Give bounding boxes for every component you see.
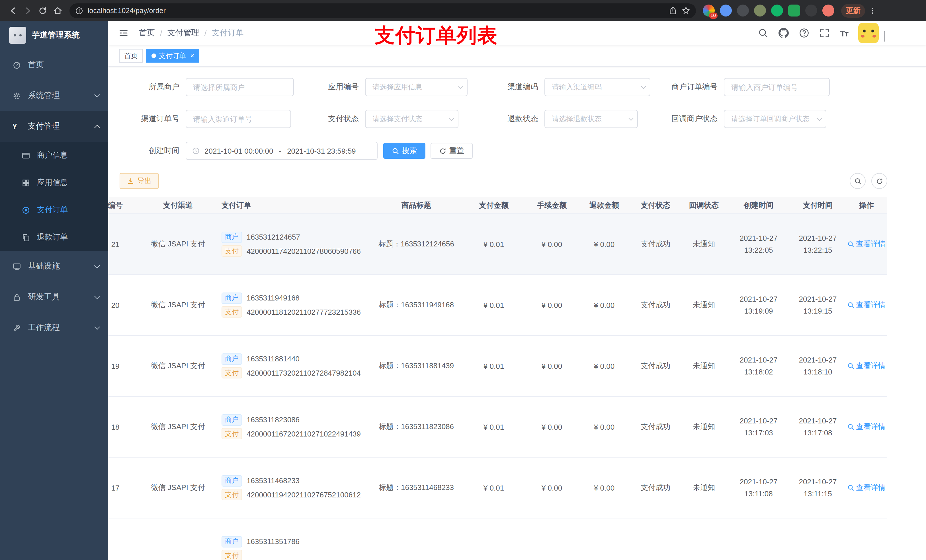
sidebar-item-payment[interactable]: ¥ 支付管理 (0, 111, 108, 142)
chevron-down-icon (94, 324, 100, 330)
breadcrumb-section[interactable]: 支付管理 (168, 28, 199, 38)
callback-status-select[interactable]: 请选择订单回调商户状态 (724, 110, 826, 128)
refund-status-label: 退款状态 (478, 114, 538, 124)
font-size-icon[interactable]: TT (840, 28, 848, 38)
extension-green-chat-icon[interactable] (788, 5, 800, 17)
breadcrumb-home[interactable]: 首页 (139, 28, 155, 38)
view-detail-link[interactable]: 查看详情 (847, 422, 885, 432)
orders-table: 编号 支付渠道 支付订单 商品标题 支付金额 手续金额 退款金额 支付状态 回调… (108, 197, 926, 560)
sidebar-fold-icon[interactable] (117, 27, 130, 39)
browser-update-button[interactable]: 更新 (841, 4, 865, 17)
sidebar-item-refund-order[interactable]: 退款订单 (0, 223, 108, 251)
browser-menu-icon[interactable] (869, 6, 876, 15)
active-tab-dot (151, 53, 156, 58)
tab-home[interactable]: 首页 (119, 49, 143, 63)
channel-order-input[interactable] (186, 110, 291, 128)
view-detail-link[interactable]: 查看详情 (847, 361, 885, 371)
tab-pay-order[interactable]: 支付订单 × (146, 49, 199, 63)
avatar[interactable] (858, 23, 879, 43)
github-icon[interactable] (779, 28, 789, 38)
close-icon[interactable]: × (190, 52, 194, 59)
sidebar-item-home[interactable]: 首页 (0, 50, 108, 80)
app-id-select[interactable]: 请选择应用信息 (365, 78, 468, 96)
create-time-range-picker[interactable]: 2021-10-01 00:00:00 - 2021-10-31 23:59:5… (186, 142, 378, 160)
merchant-label: 所属商户 (120, 82, 179, 92)
pay-tag: 支付 (221, 246, 242, 257)
chevron-down-icon (449, 116, 454, 121)
back-icon[interactable] (6, 3, 21, 18)
address-bar[interactable]: localhost:1024/pay/order (70, 3, 696, 18)
extension-dark-icon[interactable] (737, 5, 749, 17)
sidebar-item-workflow[interactable]: 工作流程 (0, 312, 108, 343)
chevron-down-icon (629, 116, 634, 121)
merchant-tag: 商户 (221, 536, 242, 548)
clock-icon (192, 147, 200, 155)
extension-pin-icon[interactable] (805, 5, 817, 17)
share-icon[interactable] (669, 6, 677, 15)
fullscreen-icon[interactable] (820, 28, 830, 38)
sidebar-item-app-info[interactable]: 应用信息 (0, 169, 108, 196)
lock-icon (12, 293, 21, 301)
sidebar-item-pay-order[interactable]: 支付订单 (0, 196, 108, 223)
site-info-icon[interactable] (75, 6, 83, 15)
extension-green-check-icon[interactable] (771, 5, 783, 17)
bookmark-star-icon[interactable] (682, 6, 690, 15)
merchant-tag: 商户 (221, 353, 242, 365)
merchant-order-no: 1635311881440 (247, 355, 300, 363)
table-row: 19 微信 JSAPI 支付 商户1635311881440 支付4200001… (108, 336, 887, 397)
create-time-label: 创建时间 (120, 146, 179, 156)
pay-tag: 支付 (221, 550, 242, 560)
merchant-order-no: 1635311351786 (247, 537, 300, 546)
help-icon[interactable] (799, 28, 809, 38)
merchant-order-input[interactable] (724, 78, 830, 96)
merchant-tag: 商户 (221, 232, 242, 243)
sidebar-item-infrastructure[interactable]: 基础设施 (0, 251, 108, 282)
yen-icon: ¥ (12, 122, 21, 131)
extension-badge: 10 (709, 12, 717, 19)
page-content: 所属商户 应用编号 请选择应用信息 渠道编码 (108, 66, 926, 560)
card-icon (22, 151, 30, 160)
extension-blue-drop-icon[interactable] (720, 5, 732, 17)
refresh-button[interactable] (872, 173, 887, 189)
pay-order-no: 4200001173202110272847982104 (247, 369, 361, 377)
chevron-up-icon (94, 125, 100, 130)
sidebar-item-system[interactable]: 系统管理 (0, 80, 108, 111)
pay-order-no: 4200001174202110278060590766 (247, 247, 361, 255)
pay-order-no: 4200001194202110276752100612 (247, 491, 361, 499)
extension-colorful-icon[interactable]: 10 (703, 5, 715, 17)
search-icon[interactable] (758, 28, 768, 38)
reload-icon[interactable] (35, 3, 50, 18)
wrench-icon (12, 323, 21, 332)
pay-status-label: 支付状态 (299, 114, 359, 124)
pay-order-no: 4200001167202110271022491439 (247, 430, 361, 438)
extension-face-icon[interactable] (822, 5, 834, 17)
table-row: 17 微信 JSAPI 支付 商户1635311468233 支付4200001… (108, 457, 887, 518)
toggle-search-button[interactable] (850, 173, 865, 189)
logo-image (9, 27, 26, 44)
reset-button[interactable]: 重置 (431, 143, 473, 159)
view-detail-link[interactable]: 查看详情 (847, 239, 885, 249)
merchant-input[interactable] (186, 78, 294, 96)
pay-status-select[interactable]: 请选择支付状态 (365, 110, 458, 128)
sidebar-item-dev-tools[interactable]: 研发工具 (0, 282, 108, 312)
url-text: localhost:1024/pay/order (88, 6, 166, 15)
home-icon[interactable] (50, 3, 65, 18)
search-button[interactable]: 搜索 (383, 143, 425, 159)
sidebar-item-merchant-info[interactable]: 商户信息 (0, 142, 108, 169)
breadcrumb: 首页 / 支付管理 / 支付订单 (139, 28, 244, 38)
table-row: 20 微信 JSAPI 支付 商户1635311949168 支付4200001… (108, 275, 887, 336)
channel-code-select[interactable]: 请输入渠道编码 (545, 78, 651, 96)
breadcrumb-current: 支付订单 (212, 28, 244, 38)
refund-status-select[interactable]: 请选择退款状态 (545, 110, 638, 128)
export-button[interactable]: 导出 (120, 173, 159, 189)
chevron-down-icon (94, 263, 100, 268)
dashboard-icon (12, 60, 21, 69)
chevron-down-icon (94, 293, 100, 299)
extension-olive-icon[interactable] (754, 5, 766, 17)
forward-icon[interactable] (21, 3, 35, 18)
view-detail-link[interactable]: 查看详情 (847, 300, 885, 310)
avatar-caret-icon[interactable] (884, 31, 885, 42)
view-detail-link[interactable]: 查看详情 (847, 483, 885, 493)
sidebar-logo[interactable]: 芋道管理系统 (0, 21, 108, 50)
payment-submenu: 商户信息 应用信息 支付订单 退款订单 (0, 142, 108, 251)
